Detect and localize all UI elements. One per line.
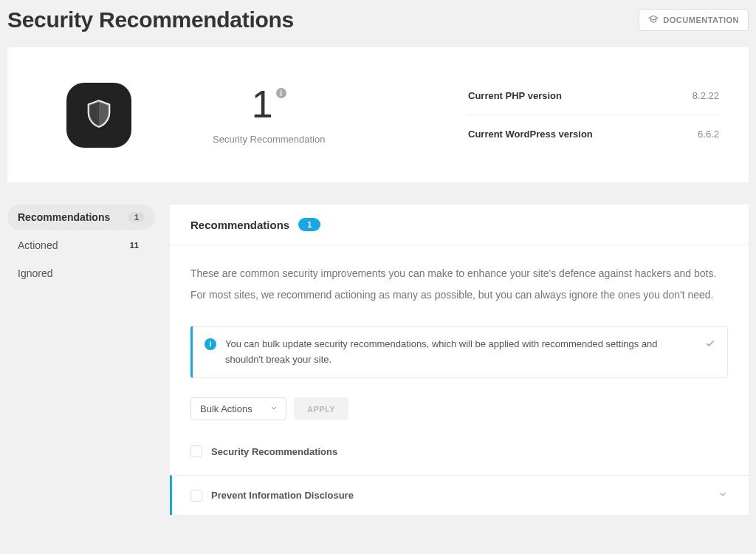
recommendations-panel: Recommendations 1 These are common secur…: [170, 205, 749, 515]
sidebar-item-actioned[interactable]: Actioned 11: [7, 233, 155, 258]
info-icon[interactable]: i: [276, 88, 286, 98]
recommendation-count-label: Security Recommendation: [213, 134, 325, 145]
wp-version-label: Current WordPress version: [468, 129, 593, 140]
recommendation-checkbox[interactable]: [190, 490, 202, 502]
bulk-actions-selected: Bulk Actions: [200, 403, 252, 414]
panel-intro-text: These are common security improvements y…: [190, 263, 728, 307]
recommendation-count-block: 1 i Security Recommendation: [213, 85, 325, 145]
panel-header: Recommendations 1: [170, 205, 749, 245]
php-version-value: 8.2.22: [693, 90, 719, 101]
notice-text: You can bulk update security recommendat…: [225, 337, 696, 368]
sidebar-item-count: 11: [124, 240, 145, 250]
chevron-down-icon: [718, 489, 728, 502]
sidebar-item-count: 1: [128, 212, 145, 222]
wp-version-value: 6.6.2: [698, 129, 719, 140]
sidebar-item-label: Ignored: [18, 267, 52, 279]
recommendation-count: 1: [252, 85, 273, 123]
chevron-down-icon: [269, 403, 278, 414]
select-all-label: Security Recommendations: [211, 446, 337, 457]
recommendation-item[interactable]: Prevent Information Disclosure: [170, 475, 749, 515]
info-icon: i: [205, 338, 216, 350]
check-icon: [705, 338, 715, 354]
apply-button[interactable]: APPLY: [294, 397, 348, 420]
sidebar: Recommendations 1 Actioned 11 Ignored: [7, 205, 155, 515]
sidebar-item-label: Actioned: [18, 239, 58, 251]
sidebar-item-ignored[interactable]: Ignored: [7, 261, 155, 286]
sidebar-item-label: Recommendations: [18, 211, 110, 223]
panel-title: Recommendations: [190, 219, 289, 231]
sidebar-item-recommendations[interactable]: Recommendations 1: [7, 205, 155, 230]
documentation-label: DOCUMENTATION: [663, 16, 739, 24]
summary-card: 1 i Security Recommendation Current PHP …: [7, 47, 749, 182]
page-title: Security Recommendations: [7, 7, 294, 33]
version-block: Current PHP version 8.2.22 Current WordP…: [468, 77, 719, 153]
select-all-checkbox[interactable]: [190, 445, 202, 457]
wp-version-row: Current WordPress version 6.6.2: [468, 114, 719, 153]
php-version-row: Current PHP version 8.2.22: [468, 77, 719, 114]
shield-icon-box: [66, 83, 131, 148]
graduation-cap-icon: [648, 14, 659, 26]
php-version-label: Current PHP version: [468, 90, 562, 101]
recommendation-title: Prevent Information Disclosure: [211, 490, 709, 501]
bulk-actions-select[interactable]: Bulk Actions: [190, 397, 286, 420]
bulk-actions-row: Bulk Actions APPLY: [190, 397, 728, 420]
bulk-update-notice: i You can bulk update security recommend…: [190, 326, 728, 379]
recommendations-count-pill: 1: [298, 218, 320, 231]
select-all-row: Security Recommendations: [190, 438, 728, 475]
documentation-button[interactable]: DOCUMENTATION: [639, 9, 749, 31]
shield-icon: [83, 98, 114, 131]
